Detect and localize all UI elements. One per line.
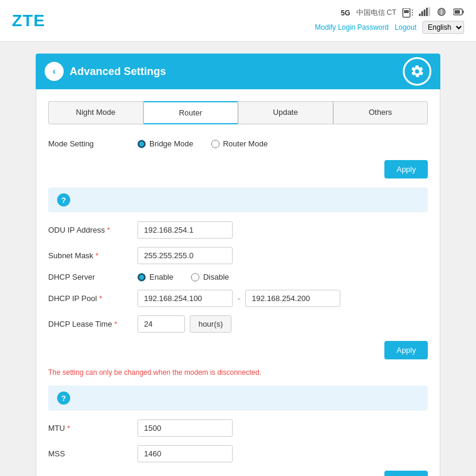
dhcp-radio-group: Enable Disable (137, 273, 229, 281)
lease-time-label: DHCP Lease Time * (48, 320, 137, 328)
info-section-2: ? (48, 386, 428, 411)
mtu-label: MTU * (48, 424, 137, 433)
odu-ip-row: ODU IP Address * (48, 221, 428, 239)
sim-icon (402, 8, 413, 18)
top-icons: 5G 中国电信 CT (341, 7, 464, 18)
back-button[interactable]: ‹ (45, 62, 64, 81)
battery-icon (453, 8, 464, 18)
info-section-1: ? (48, 187, 428, 212)
svg-rect-7 (424, 10, 425, 16)
logout-link[interactable]: Logout (394, 23, 416, 32)
network-label: 5G (341, 9, 350, 17)
carrier-label: 中国电信 CT (356, 8, 396, 18)
mtu-row: MTU * (48, 419, 428, 437)
dhcp-pool-label: DHCP IP Pool * (48, 294, 137, 303)
signal-icon (419, 7, 431, 18)
warning-message: The setting can only be changed when the… (48, 368, 428, 377)
svg-rect-1 (404, 10, 409, 13)
top-links: Modify Login Password Logout English 中文 (315, 21, 464, 34)
subnet-mask-label: Subnet Mask * (48, 251, 137, 260)
apply-button-2[interactable]: Apply (384, 341, 428, 359)
router-mode-option[interactable]: Router Mode (211, 139, 268, 148)
dhcp-enable-label: Enable (149, 273, 173, 281)
tab-others[interactable]: Others (333, 101, 428, 124)
bridge-mode-label: Bridge Mode (149, 139, 193, 148)
svg-rect-8 (426, 8, 428, 16)
subnet-mask-input[interactable] (137, 247, 233, 264)
dhcp-pool-row: DHCP IP Pool * - (48, 290, 428, 307)
page-header: ‹ Advanced Settings (36, 54, 440, 89)
apply-row-1: Apply (48, 160, 428, 178)
apply-row-2: Apply (48, 341, 428, 359)
odu-ip-label: ODU IP Address * (48, 226, 137, 234)
svg-rect-6 (421, 11, 423, 16)
dhcp-enable-option[interactable]: Enable (137, 273, 173, 281)
mtu-section: MTU * MSS Apply (48, 419, 428, 476)
top-bar: ZTE 5G 中国电信 CT (0, 0, 476, 42)
svg-rect-18 (463, 11, 464, 14)
dhcp-enable-radio[interactable] (137, 273, 146, 281)
mss-label: MSS (48, 449, 137, 458)
pool-dash: - (237, 293, 240, 304)
mss-row: MSS (48, 445, 428, 462)
bridge-mode-option[interactable]: Bridge Mode (137, 139, 193, 148)
dhcp-disable-option[interactable]: Disable (191, 273, 228, 281)
mode-radio-group: Bridge Mode Router Mode (137, 139, 268, 148)
router-mode-label: Router Mode (223, 139, 268, 148)
lease-time-input[interactable] (137, 315, 185, 333)
svg-text:.: . (443, 8, 443, 11)
tabs: Night Mode Router Update Others (48, 101, 428, 124)
svg-rect-9 (428, 7, 430, 16)
apply-row-3: Apply (48, 471, 428, 476)
mss-input[interactable] (137, 445, 233, 462)
tab-update[interactable]: Update (238, 101, 333, 124)
apply-button-3[interactable]: Apply (384, 471, 428, 476)
lease-inputs: hour(s) (137, 315, 231, 333)
apply-button-1[interactable]: Apply (384, 160, 428, 178)
dhcp-server-row: DHCP Server Enable Disable (48, 273, 428, 281)
logo: ZTE (12, 11, 45, 30)
modify-login-link[interactable]: Modify Login Password (315, 23, 389, 32)
dhcp-pool-start-input[interactable] (137, 290, 233, 307)
info-icon-1: ? (57, 193, 70, 206)
tab-router[interactable]: Router (143, 101, 239, 124)
dhcp-server-label: DHCP Server (48, 273, 137, 281)
content-area: Night Mode Router Update Others Mode Set… (36, 89, 440, 476)
dhcp-disable-radio[interactable] (191, 273, 199, 281)
lease-unit: hour(s) (190, 315, 231, 333)
mode-setting-label: Mode Setting (48, 139, 137, 148)
dhcp-disable-label: Disable (203, 273, 228, 281)
dhcp-pool-end-input[interactable] (245, 290, 340, 307)
main-content: ‹ Advanced Settings Night Mode Router Up… (0, 42, 476, 476)
top-right: 5G 中国电信 CT (315, 7, 464, 34)
gear-button[interactable] (403, 57, 431, 86)
info-icon-2: ? (57, 392, 70, 405)
globe-icon: . (437, 7, 447, 18)
mtu-input[interactable] (137, 419, 233, 437)
bridge-mode-radio[interactable] (137, 140, 146, 148)
svg-rect-17 (455, 10, 460, 14)
dhcp-pool-inputs: - (137, 290, 340, 307)
router-mode-radio[interactable] (211, 140, 220, 148)
lease-time-row: DHCP Lease Time * hour(s) (48, 315, 428, 333)
subnet-mask-row: Subnet Mask * (48, 247, 428, 264)
language-select[interactable]: English 中文 (422, 21, 464, 34)
page-title: Advanced Settings (70, 65, 403, 78)
odu-ip-input[interactable] (137, 221, 233, 239)
mode-setting-row: Mode Setting Bridge Mode Router Mode (48, 136, 428, 151)
tab-night-mode[interactable]: Night Mode (48, 101, 143, 124)
svg-rect-5 (419, 14, 421, 16)
